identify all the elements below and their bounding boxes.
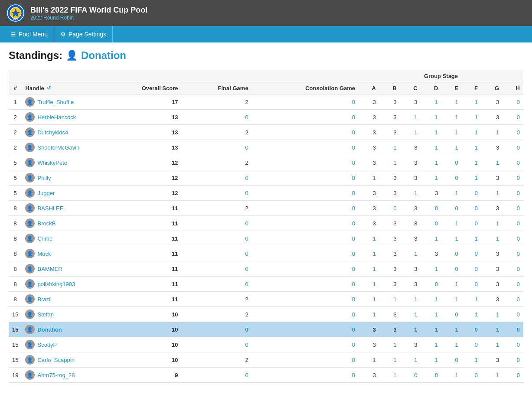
table-cell: 0 [252, 140, 359, 155]
table-cell: 10 [100, 337, 181, 352]
table-cell: 0 [181, 277, 251, 292]
table-row: 1👤Truffle_Shuffle172033311130 [9, 94, 523, 110]
table-cell: 3 [379, 231, 400, 246]
table-cell: 12 [100, 186, 181, 201]
table-cell: 3 [400, 140, 421, 155]
table-cell: 9 [100, 368, 181, 383]
table-cell: 1 [462, 292, 481, 307]
table-cell: 3 [481, 94, 503, 110]
table-cell: 0 [421, 277, 442, 292]
handle-cell[interactable]: 👤Crime [22, 231, 100, 246]
handle-cell[interactable]: 👤Muck [22, 246, 100, 261]
handle-cell[interactable]: 👤HerbieHancock [22, 110, 100, 125]
table-cell: 2 [9, 140, 22, 155]
table-cell: 15 [9, 322, 22, 337]
table-cell: 3 [400, 155, 421, 170]
handle-link[interactable]: polishking1983 [37, 281, 75, 287]
table-cell: 1 [462, 352, 481, 368]
col-a-header: A [359, 82, 379, 94]
handle-link[interactable]: BASHLEE [37, 205, 63, 212]
handle-link[interactable]: Carlo_Scappin [37, 357, 74, 363]
group-stage-label: Group Stage [359, 70, 523, 82]
table-row: 5👤WhiskyPete122031310110 [9, 155, 523, 170]
handle-link[interactable]: Jugger [37, 190, 55, 196]
handle-cell[interactable]: 👤polishking1983 [22, 277, 100, 292]
table-cell: 1 [421, 307, 442, 322]
table-row: 15👤Donation100033111010 [9, 322, 523, 337]
handle-cell[interactable]: 👤Donation [22, 322, 100, 337]
table-cell: 1 [421, 261, 442, 277]
empty-cols-header [9, 70, 359, 82]
table-cell: 0 [503, 140, 523, 155]
table-cell: 1 [481, 337, 503, 352]
table-cell: 13 [100, 110, 181, 125]
table-cell: 0 [503, 201, 523, 216]
pool-menu-label: Pool Menu [19, 31, 48, 38]
table-cell: 0 [441, 261, 461, 277]
handle-cell[interactable]: 👤ScottyP [22, 337, 100, 352]
handle-link[interactable]: Ahm75-rog_28 [37, 372, 75, 378]
avatar: 👤 [25, 264, 35, 274]
table-row: 8👤BrockB110033301010 [9, 216, 523, 231]
table-cell: 0 [462, 216, 481, 231]
table-cell: 1 [481, 368, 503, 383]
table-cell: 3 [359, 110, 379, 125]
handle-link[interactable]: Philly [37, 175, 51, 181]
standings-label: Standings: [9, 49, 62, 62]
table-cell: 15 [9, 307, 22, 322]
handle-cell[interactable]: 👤Carlo_Scappin [22, 352, 100, 368]
handle-link[interactable]: BAMMER [37, 266, 62, 272]
table-cell: 1 [421, 94, 442, 110]
table-cell: 5 [9, 170, 22, 186]
table-cell: 0 [252, 110, 359, 125]
table-cell: 19 [9, 368, 22, 383]
page-settings-button[interactable]: ⚙ Page Settings [54, 26, 113, 42]
handle-link[interactable]: BrockB [37, 220, 55, 227]
handle-link[interactable]: Brazil [37, 296, 52, 303]
handle-cell[interactable]: 👤Brazil [22, 292, 100, 307]
table-cell: 3 [379, 216, 400, 231]
table-cell: 1 [400, 352, 421, 368]
col-g-header: G [481, 82, 503, 94]
handle-link[interactable]: Donation [37, 326, 62, 333]
table-cell: 0 [503, 352, 523, 368]
table-cell: 11 [100, 261, 181, 277]
table-cell: 0 [503, 216, 523, 231]
handle-link[interactable]: Dutchykids4 [37, 129, 68, 136]
col-e-header: E [441, 82, 461, 94]
handle-cell[interactable]: 👤BAMMER [22, 261, 100, 277]
table-cell: 1 [462, 155, 481, 170]
pool-menu-button[interactable]: ☰ Pool Menu [4, 26, 54, 42]
table-cell: 1 [441, 368, 461, 383]
handle-cell[interactable]: 👤Truffle_Shuffle [22, 94, 100, 110]
table-cell: 0 [252, 94, 359, 110]
handle-cell[interactable]: 👤ShooterMcGavin [22, 140, 100, 155]
handle-link[interactable]: ScottyP [37, 342, 57, 348]
table-cell: 1 [462, 307, 481, 322]
handle-cell[interactable]: 👤BASHLEE [22, 201, 100, 216]
handle-cell[interactable]: 👤BrockB [22, 216, 100, 231]
handle-link[interactable]: ShooterMcGavin [37, 144, 79, 151]
table-cell: 8 [9, 231, 22, 246]
table-cell: 0 [252, 352, 359, 368]
handle-cell[interactable]: 👤Philly [22, 170, 100, 186]
handle-cell[interactable]: 👤Ahm75-rog_28 [22, 368, 100, 383]
handle-cell[interactable]: 👤WhiskyPete [22, 155, 100, 170]
handle-cell[interactable]: 👤Jugger [22, 186, 100, 201]
handle-link[interactable]: WhiskyPete [37, 160, 67, 166]
handle-link[interactable]: Truffle_Shuffle [37, 99, 74, 105]
handle-cell[interactable]: 👤Dutchykids4 [22, 125, 100, 140]
page-settings-label: Page Settings [69, 31, 106, 38]
handle-link[interactable]: Crime [37, 235, 52, 242]
handle-cell[interactable]: 👤Stefan [22, 307, 100, 322]
handle-link[interactable]: HerbieHancock [37, 114, 76, 121]
handle-link[interactable]: Muck [37, 251, 51, 257]
handle-link[interactable]: Stefan [37, 311, 54, 318]
table-row: 5👤Philly120013310130 [9, 170, 523, 186]
table-cell: 3 [421, 246, 442, 261]
table-cell: 3 [359, 94, 379, 110]
table-cell: 11 [100, 246, 181, 261]
table-cell: 3 [481, 292, 503, 307]
avatar: 👤 [25, 127, 35, 137]
table-cell: 1 [462, 125, 481, 140]
